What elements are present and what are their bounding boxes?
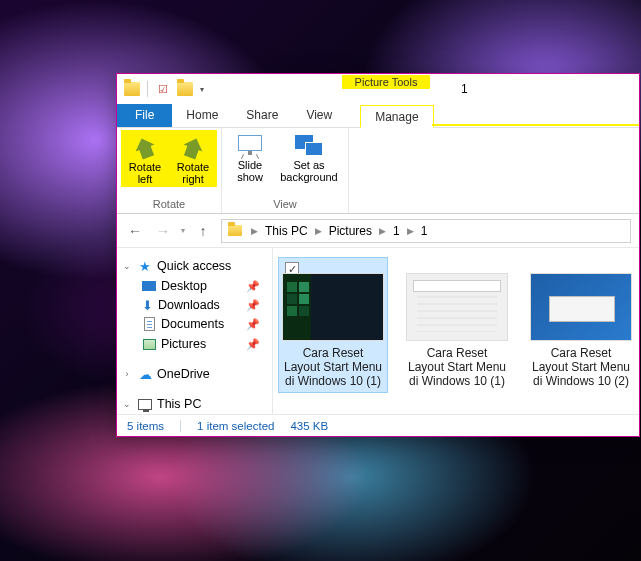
set-as-background-button[interactable]: Set as background (274, 130, 344, 185)
file-item[interactable]: ✓Cara Reset Layout Start Menu di Windows… (279, 258, 387, 392)
slide-show-label: Slide show (228, 159, 272, 183)
crumb-pictures[interactable]: Pictures (327, 224, 374, 238)
explorer-body: ⌄ ★ Quick access Desktop 📌 ⬇ Downloads 📌… (117, 248, 639, 414)
rotate-right-button[interactable]: Rotate right (169, 130, 217, 187)
tab-home[interactable]: Home (172, 104, 232, 127)
crumb-folder-1a[interactable]: 1 (391, 224, 402, 238)
new-folder-icon[interactable] (176, 80, 194, 98)
quick-access-label: Quick access (157, 259, 231, 273)
status-selection: 1 item selected (197, 420, 274, 432)
folder-icon (123, 80, 141, 98)
set-background-icon (293, 133, 325, 159)
qat-customize-caret[interactable]: ▾ (200, 85, 204, 94)
address-bar[interactable]: ▶ This PC ▶ Pictures ▶ 1 ▶ 1 (221, 219, 631, 243)
downloads-icon: ⬇ (141, 299, 154, 312)
crumb-folder-1b[interactable]: 1 (419, 224, 430, 238)
star-icon: ★ (137, 258, 153, 274)
downloads-label: Downloads (158, 298, 220, 312)
documents-label: Documents (161, 317, 224, 331)
tree-pictures[interactable]: Pictures 📌 (121, 334, 268, 354)
chevron-right-icon[interactable]: ▶ (376, 226, 389, 236)
ribbon-group-view: Slide show Set as background View (222, 128, 349, 213)
ribbon: Rotate left Rotate right Rotate Slide sh… (117, 128, 639, 214)
onedrive-label: OneDrive (157, 367, 210, 381)
view-group-label: View (273, 196, 297, 213)
rotate-group-label: Rotate (153, 196, 185, 213)
navigation-bar: ← → ▾ ↑ ▶ This PC ▶ Pictures ▶ 1 ▶ 1 (117, 214, 639, 248)
rotate-left-button[interactable]: Rotate left (121, 130, 169, 187)
tree-onedrive[interactable]: › ☁ OneDrive (121, 364, 268, 384)
status-item-count: 5 items (127, 420, 164, 432)
this-pc-label: This PC (157, 397, 201, 411)
tree-desktop[interactable]: Desktop 📌 (121, 276, 268, 296)
slideshow-icon (234, 133, 266, 159)
separator (147, 81, 148, 97)
status-bar: 5 items 1 item selected 435 KB (117, 414, 639, 436)
separator (180, 420, 181, 432)
tab-share[interactable]: Share (232, 104, 292, 127)
ribbon-tabs: File Home Share View Manage (117, 104, 639, 128)
tree-this-pc[interactable]: ⌄ This PC (121, 394, 268, 414)
properties-icon[interactable]: ☑ (154, 80, 172, 98)
file-caption: Cara Reset Layout Start Menu di Windows … (531, 346, 631, 388)
recent-locations-caret[interactable]: ▾ (181, 226, 185, 235)
back-button[interactable]: ← (125, 221, 145, 241)
chevron-right-icon[interactable]: ▶ (312, 226, 325, 236)
chevron-right-icon[interactable]: ▶ (248, 226, 261, 236)
items-view[interactable]: ✓Cara Reset Layout Start Menu di Windows… (273, 248, 639, 414)
tree-downloads[interactable]: ⬇ Downloads 📌 (121, 296, 268, 314)
forward-button[interactable]: → (153, 221, 173, 241)
tab-view[interactable]: View (292, 104, 346, 127)
rotate-left-label: Rotate left (123, 161, 167, 185)
pin-icon: 📌 (246, 280, 266, 293)
rotate-left-icon (130, 133, 160, 161)
chevron-down-icon[interactable]: ⌄ (121, 261, 133, 271)
thumbnail (283, 274, 383, 340)
status-size: 435 KB (290, 420, 328, 432)
picture-tools-label: Picture Tools (342, 75, 430, 89)
contextual-tab-header: Picture Tools (342, 74, 432, 104)
window-title: 1 (461, 82, 468, 96)
rotate-right-label: Rotate right (171, 161, 215, 185)
documents-icon (141, 316, 157, 332)
thumbnail (407, 274, 507, 340)
contextual-tab-underline (432, 124, 639, 127)
pin-icon: 📌 (246, 338, 266, 351)
pictures-label: Pictures (161, 337, 206, 351)
pictures-icon (141, 336, 157, 352)
file-caption: Cara Reset Layout Start Menu di Windows … (407, 346, 507, 388)
chevron-right-icon[interactable]: ▶ (404, 226, 417, 236)
slide-show-button[interactable]: Slide show (226, 130, 274, 185)
navigation-tree[interactable]: ⌄ ★ Quick access Desktop 📌 ⬇ Downloads 📌… (117, 248, 273, 414)
desktop-label: Desktop (161, 279, 207, 293)
file-caption: Cara Reset Layout Start Menu di Windows … (283, 346, 383, 388)
monitor-icon (137, 396, 153, 412)
tab-manage[interactable]: Manage (360, 105, 433, 128)
up-button[interactable]: ↑ (193, 221, 213, 241)
desktop-icon (141, 278, 157, 294)
file-explorer-window: ☑ ▾ Picture Tools 1 File Home Share View… (116, 73, 640, 437)
set-as-background-label: Set as background (276, 159, 342, 183)
quick-access-toolbar: ☑ ▾ (123, 80, 204, 98)
file-item[interactable]: Cara Reset Layout Start Menu di Windows … (527, 258, 635, 392)
crumb-this-pc[interactable]: This PC (263, 224, 310, 238)
pin-icon: 📌 (246, 318, 266, 331)
ribbon-group-rotate: Rotate left Rotate right Rotate (117, 128, 222, 213)
thumbnail (531, 274, 631, 340)
pin-icon: 📌 (246, 299, 266, 312)
folder-icon (226, 222, 244, 240)
titlebar: ☑ ▾ Picture Tools 1 (117, 74, 639, 104)
file-item[interactable]: Cara Reset Layout Start Menu di Windows … (403, 258, 511, 392)
chevron-down-icon[interactable]: ⌄ (121, 399, 133, 409)
chevron-right-icon[interactable]: › (121, 369, 133, 379)
tree-quick-access[interactable]: ⌄ ★ Quick access (121, 256, 268, 276)
tree-documents[interactable]: Documents 📌 (121, 314, 268, 334)
rotate-right-icon (178, 133, 208, 161)
tab-file[interactable]: File (117, 104, 172, 127)
cloud-icon: ☁ (137, 366, 153, 382)
